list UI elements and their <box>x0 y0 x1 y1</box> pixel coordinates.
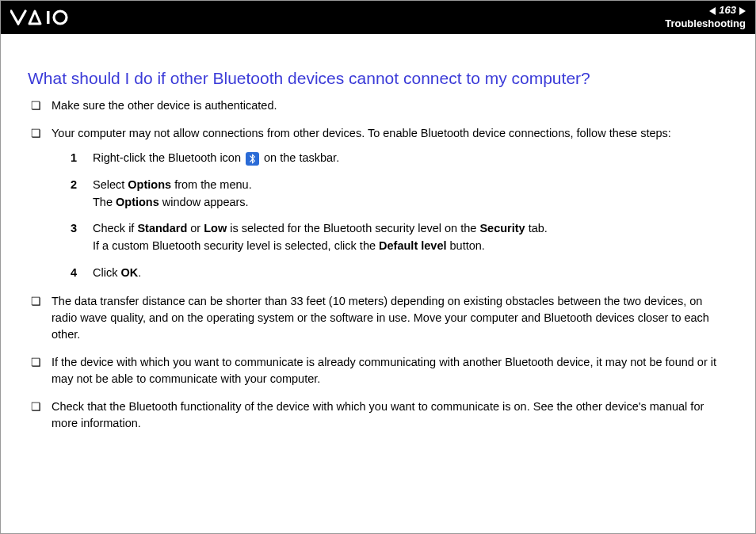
step-text: on the taskbar. <box>261 151 339 164</box>
bold-term: Options <box>116 196 159 208</box>
header-right: 163 Troubleshooting <box>665 4 746 31</box>
step-number: 2 <box>71 177 77 194</box>
step-text: window appears. <box>159 196 249 208</box>
step-text: tab. <box>525 222 548 235</box>
bullet-item: The data transfer distance can be shorte… <box>28 293 728 343</box>
step-item: 3 Check if Standard or Low is selected f… <box>71 220 728 255</box>
bold-term: Security <box>479 222 525 235</box>
step-item: 2 Select Options from the menu. The Opti… <box>71 177 728 212</box>
article-heading: What should I do if other Bluetooth devi… <box>28 69 728 88</box>
step-text: from the menu. <box>171 178 252 191</box>
bullet-text: Your computer may not allow connections … <box>52 127 671 139</box>
bullet-item: Make sure the other device is authentica… <box>28 97 728 114</box>
page-nav: 163 <box>665 4 746 17</box>
step-text: button. <box>446 239 484 252</box>
step-text: . <box>138 266 141 279</box>
svg-point-1 <box>54 11 67 24</box>
step-text: Check if <box>93 222 137 235</box>
steps-list: 1 Right-click the Bluetooth icon on the … <box>71 150 728 282</box>
step-text: Click <box>93 266 120 279</box>
page-content: What should I do if other Bluetooth devi… <box>1 34 755 459</box>
bold-term: Default level <box>379 239 446 252</box>
step-text: Select <box>93 178 128 191</box>
step-text: is selected for the Bluetooth security l… <box>227 222 479 235</box>
step-item: 4 Click OK. <box>71 265 728 282</box>
bullet-item: Your computer may not allow connections … <box>28 125 728 282</box>
section-label: Troubleshooting <box>665 17 746 31</box>
step-text: The <box>93 196 116 208</box>
vaio-logo <box>10 10 78 25</box>
page-number: 163 <box>719 4 736 17</box>
step-text: or <box>187 222 204 235</box>
step-text: If a custom Bluetooth security level is … <box>93 239 379 252</box>
bold-term: Standard <box>137 222 187 235</box>
bullet-item: If the device with which you want to com… <box>28 354 728 387</box>
step-number: 1 <box>71 150 77 167</box>
next-page-icon[interactable] <box>739 7 746 15</box>
svg-rect-0 <box>47 11 50 24</box>
bullet-list: Make sure the other device is authentica… <box>28 97 728 432</box>
bold-term: OK <box>120 266 138 279</box>
bold-term: Options <box>128 178 171 191</box>
page-header: 163 Troubleshooting <box>1 1 755 34</box>
step-text: Right-click the Bluetooth icon <box>93 151 244 164</box>
bullet-item: Check that the Bluetooth functionality o… <box>28 399 728 432</box>
step-item: 1 Right-click the Bluetooth icon on the … <box>71 150 728 167</box>
step-number: 3 <box>71 220 77 238</box>
bluetooth-icon <box>246 152 259 166</box>
bold-term: Low <box>204 222 227 235</box>
step-number: 4 <box>71 265 77 282</box>
prev-page-icon[interactable] <box>709 7 716 15</box>
